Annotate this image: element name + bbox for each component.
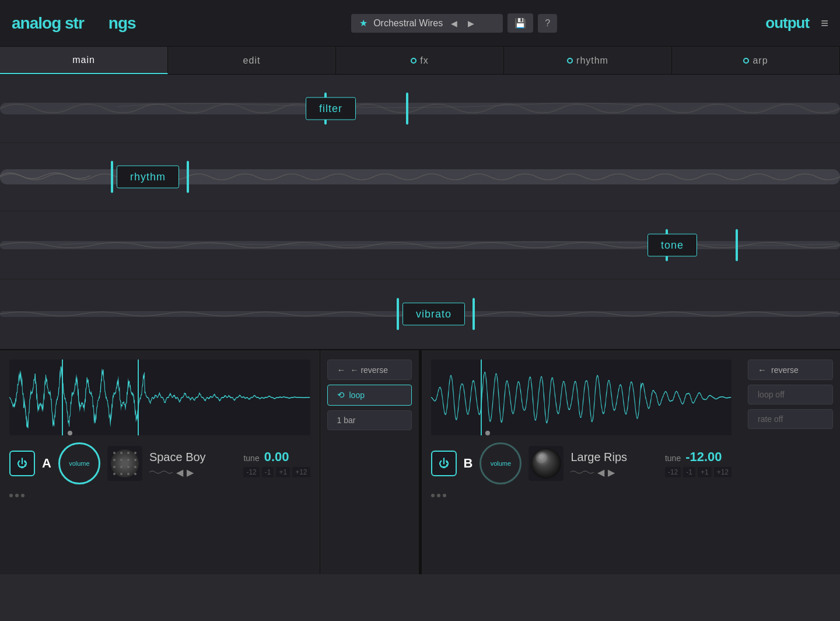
waveform-a[interactable] [9,360,310,435]
bar-label-a: 1 bar [337,416,356,425]
output-logo: output [692,14,809,32]
playhead-line-a1 [62,360,63,435]
sample-next-a[interactable]: ▶ [187,467,194,478]
dot-a-3 [21,494,24,497]
dots-row-b [431,494,732,497]
reverse-btn-b[interactable]: ← reverse [748,360,833,380]
vibrato-label[interactable]: vibrato [402,302,465,325]
tune-step-b-+12[interactable]: +12 [714,467,732,477]
power-icon-a: ⏻ [17,458,27,470]
sample-next-b[interactable]: ▶ [608,467,615,478]
tab-fx[interactable]: fx [336,47,504,74]
tune-label-b: tune [665,453,681,463]
tune-step-a--1[interactable]: -1 [262,467,274,477]
controls-row-b: ⏻ B volume Large Rips ◀ ▶ [431,442,732,484]
preset-name: Orchestral Wires [373,18,443,29]
rhythm-handle[interactable] [111,161,113,193]
sample-prev-b[interactable]: ◀ [597,467,604,478]
tune-step-b--12[interactable]: -12 [665,467,681,477]
loop-btn-a[interactable]: ⟲ loop [327,385,412,406]
playhead-line-a2 [138,360,139,435]
loop-off-btn-b[interactable]: loop off [748,385,833,404]
tune-value-a: 0.00 [264,449,289,465]
vibrato-handle-left[interactable] [397,298,399,330]
help-button[interactable]: ? [538,14,557,33]
tab-main[interactable]: main [0,47,168,74]
preset-next-button[interactable]: ▶ [466,18,477,29]
tune-display-b: tune -12.00 -12 -1 +1 +12 [665,449,732,477]
filter-handle-right[interactable] [406,93,408,125]
playhead-marker-b [485,431,490,435]
tune-step-a-+12[interactable]: +12 [292,467,310,477]
tab-edit[interactable]: edit [168,47,336,74]
sample-name-area-b: Large Rips ◀ ▶ [570,449,658,478]
vibrato-handle-right[interactable] [473,298,475,330]
sample-thumb-b-canvas [528,446,564,481]
string-visual-tone [0,225,840,266]
rhythm-power-dot [567,58,573,64]
panel-a-badge: A [42,456,51,471]
bottom-section: ⏻ A volume Space Boy ◀ ▶ [0,349,840,574]
sample-name-b: Large Rips [570,449,658,465]
bar-btn-a[interactable]: 1 bar [327,410,412,430]
rate-off-label-b: rate off [758,414,783,424]
tone-handle-right[interactable] [736,229,738,261]
tune-display-a: tune 0.00 -12 -1 +1 +12 [243,449,310,477]
tune-step-a-+1[interactable]: +1 [276,467,290,477]
controls-row-a: ⏻ A volume Space Boy ◀ ▶ [9,442,310,484]
dot-a-1 [9,494,13,497]
sample-prev-a[interactable]: ◀ [176,467,183,478]
volume-knob-b-label: volume [491,460,511,467]
tune-steps-b: -12 -1 +1 +12 [665,467,732,477]
sample-name-area-a: Space Boy ◀ ▶ [149,449,237,478]
playhead-line-b1 [481,360,482,435]
waveform-b[interactable] [431,360,732,435]
rate-off-btn-b[interactable]: rate off [748,409,833,429]
volume-knob-a[interactable]: volume [58,442,100,484]
panel-a: ⏻ A volume Space Boy ◀ ▶ [0,350,320,574]
fx-power-dot [411,58,416,64]
loop-off-label-b: loop off [758,390,785,399]
favorite-icon[interactable]: ★ [359,18,368,29]
tab-arp[interactable]: arp [672,47,840,74]
header: analog str ngs ★ Orchestral Wires ◀ ▶ 💾 … [0,0,840,47]
waveform-mini-b [570,469,594,476]
reverse-label-a: ← reverse [351,365,388,375]
sample-thumb-a [107,446,142,481]
tune-steps-a: -12 -1 +1 +12 [243,467,310,477]
filter-label[interactable]: filter [306,97,356,120]
power-icon-b: ⏻ [439,458,449,470]
tune-step-b--1[interactable]: -1 [683,467,695,477]
right-controls-b: ← reverse loop off rate off [741,350,840,574]
volume-knob-b[interactable]: volume [480,442,522,484]
preset-area: ★ Orchestral Wires ◀ ▶ 💾 ? [216,13,692,33]
tune-step-a--12[interactable]: -12 [243,467,259,477]
save-button[interactable]: 💾 [508,13,533,33]
rhythm-handle-right[interactable] [187,161,189,193]
app-logo: analog str ngs [12,14,216,33]
menu-button[interactable]: ≡ [821,16,828,31]
rhythm-label[interactable]: rhythm [117,166,179,189]
power-btn-b[interactable]: ⏻ [431,451,457,476]
preset-prev-button[interactable]: ◀ [449,18,460,29]
string-visual-filter [0,88,840,129]
tune-step-b-+1[interactable]: +1 [698,467,712,477]
waveform-mini-a [149,469,173,476]
reverse-arrow-b: ← [758,365,766,375]
tone-label[interactable]: tone [648,234,697,257]
reverse-btn-a[interactable]: ← ← reverse [327,360,412,380]
tune-label-a: tune [243,453,259,463]
panel-b-badge: B [464,456,473,471]
tab-arp-label: arp [752,55,768,66]
sample-thumb-a-canvas [107,446,142,481]
volume-knob-a-label: volume [69,460,89,467]
power-btn-a[interactable]: ⏻ [9,451,35,476]
tab-fx-label: fx [420,55,428,66]
loop-label-a: loop [349,390,365,400]
dot-b-3 [443,494,446,497]
dots-row-a [9,494,310,497]
tab-rhythm[interactable]: rhythm [504,47,672,74]
waveform-a-canvas [9,360,310,435]
tune-value-b: -12.00 [685,449,722,465]
waveform-b-canvas [431,360,732,435]
